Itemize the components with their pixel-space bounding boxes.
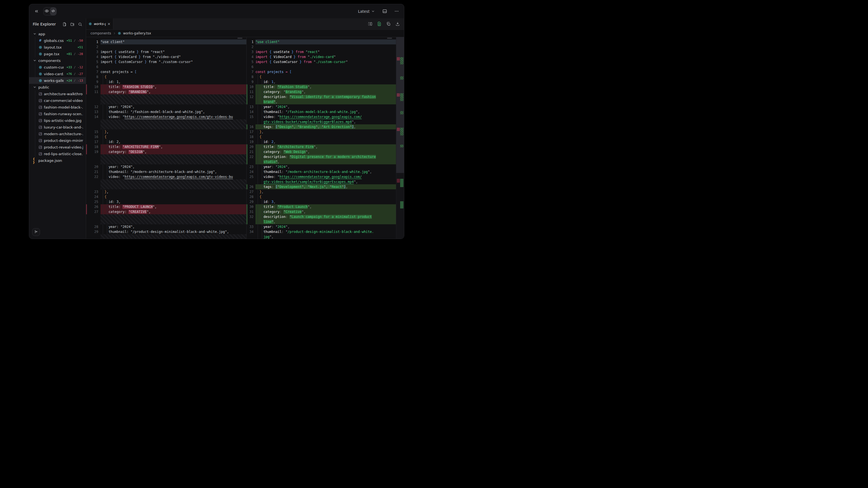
react-icon — [38, 72, 42, 76]
sidebar-file-video-card.tsx[interactable]: video-card.tsx+76 / -27 — [29, 70, 86, 77]
file-label: car-commercial-video… — [44, 99, 83, 103]
sidebar-file-layout.tsx[interactable]: layout.tsx+51 — [29, 44, 86, 51]
file-plus-icon — [62, 22, 67, 26]
horizontal-scrollbar-thumb[interactable] — [387, 38, 392, 39]
react-icon — [38, 45, 42, 49]
line-number: 21 — [88, 169, 100, 174]
line-number — [248, 159, 255, 164]
code-line: 5import { CustomCursor } from "./custom-… — [86, 59, 246, 64]
new-folder-button[interactable] — [70, 22, 74, 26]
code-line: 19 id: 2, — [247, 139, 396, 144]
code-line: 6 — [247, 64, 396, 69]
code-line: 21 category: "Web Design", — [247, 149, 396, 154]
sidebar-file-lips-artistic-video.jpg[interactable]: lips-artistic-video.jpg — [29, 117, 86, 124]
version-dropdown[interactable]: Latest — [356, 9, 376, 14]
code-line: 19 category: "DESIGN", — [86, 149, 246, 154]
sidebar-file-modern-architecture-[interactable]: modern-architecture-… — [29, 130, 86, 137]
sidebar-file-product-design-minim-[interactable]: product-design-minim… — [29, 137, 86, 144]
line-number: 30 — [248, 204, 255, 209]
search-files-button[interactable] — [78, 22, 82, 26]
diff-pane-modified: 1"use client"23import { useState } from … — [247, 37, 396, 239]
preview-toggle-button[interactable] — [43, 7, 50, 15]
code-line: 2 — [86, 44, 246, 50]
code-line: 16 { — [86, 134, 246, 139]
tab-works-gallery[interactable]: works-gallery.tsx ✕ — [86, 18, 113, 29]
image-file-icon — [38, 126, 42, 129]
file-tree: app#globals.css+51 / -50layout.tsx+51pag… — [29, 30, 86, 239]
file-label: custom-curs… — [44, 65, 64, 69]
panel-layout-button[interactable] — [381, 8, 388, 15]
diff-stats: +81 / -28 — [66, 52, 83, 56]
line-number: 23 — [88, 189, 100, 194]
diff-minimap[interactable] — [396, 37, 404, 239]
line-number — [248, 219, 255, 224]
line-number: 4 — [248, 55, 255, 59]
sidebar-file-page.tsx[interactable]: page.tsx+81 / -28 — [29, 51, 86, 57]
more-options-button[interactable] — [393, 8, 400, 15]
collapse-sidebar-button[interactable] — [32, 228, 40, 236]
split-view-button[interactable] — [368, 22, 372, 26]
line-number: 7 — [248, 69, 255, 74]
code-line: gtv-videos-bucket/sample/ForBiggerBlazes… — [247, 119, 396, 124]
line-number: 29 — [88, 229, 100, 234]
new-file-button[interactable] — [62, 22, 67, 26]
sidebar-file-car-commercial-video-[interactable]: car-commercial-video… — [29, 97, 86, 104]
line-number: 17 — [88, 139, 100, 144]
sidebar-file-package.json[interactable]: { }package.json — [29, 157, 86, 164]
code-line: 2 — [247, 44, 396, 50]
file-label: page.tsx — [44, 52, 64, 56]
sidebar-file-product-reveal-video.j-[interactable]: product-reveal-video.j… — [29, 144, 86, 151]
sidebar-file-fashion-model-black-[interactable]: fashion-model-black-… — [29, 104, 86, 110]
line-number: 32 — [248, 214, 255, 219]
code-line: studio", — [247, 159, 396, 164]
minimap-added-mark — [400, 201, 403, 208]
code-toggle-button[interactable] — [50, 7, 56, 15]
download-button[interactable] — [395, 22, 400, 26]
tab-close-button[interactable]: ✕ — [107, 22, 111, 26]
sidebar-file-architecture-walkthro-[interactable]: architecture-walkthro… — [29, 91, 86, 97]
line-number: 11 — [248, 89, 255, 94]
image-file-icon — [38, 105, 42, 109]
line-number: 14 — [88, 115, 100, 119]
line-number — [248, 179, 255, 184]
diff-filler-block — [86, 214, 246, 224]
diff-pane-original: 1"use client"23import { useState } from … — [86, 37, 247, 239]
file-explorer-title: File Explorer — [33, 22, 56, 26]
horizontal-scrollbar-thumb[interactable] — [238, 38, 242, 39]
diff-filler-block — [86, 154, 246, 164]
line-number: 5 — [88, 59, 100, 64]
tab-label: works-gallery.tsx — [94, 22, 106, 26]
panel-bottom-icon — [382, 9, 387, 13]
diff-filler-block — [86, 119, 246, 129]
file-label: fashion-model-black-… — [44, 105, 83, 109]
code-line: 24 { — [86, 194, 246, 199]
code-line: 27 category: "CREATIVE", — [86, 209, 246, 214]
code-line: 18 { — [247, 134, 396, 139]
line-number: 9 — [248, 79, 255, 85]
diff-stats: +24 / -13 — [66, 79, 83, 83]
code-line: 28 year: "2024", — [86, 224, 246, 229]
code-line: 34 thumbnail: "/product-design-minimalis… — [247, 229, 396, 234]
code-line: 21 thumbnail: "/modern-architecture-blac… — [86, 169, 246, 174]
sidebar-file-globals.css[interactable]: #globals.css+51 / -50 — [29, 37, 86, 44]
sidebar-file-custom-curs-[interactable]: custom-curs…+33 / -12 — [29, 64, 86, 70]
diff-view-button[interactable] — [377, 22, 381, 26]
sidebar-file-works-galler-[interactable]: works-galler…+24 / -13 — [29, 77, 86, 84]
sidebar-file-red-lips-artistic-close-[interactable]: red-lips-artistic-close… — [29, 151, 86, 157]
copy-icon — [386, 22, 391, 26]
breadcrumb-folder[interactable]: components — [91, 31, 111, 35]
code-line: 10 title: "Fashion Studio", — [247, 85, 396, 89]
minimap-added-mark — [400, 179, 403, 187]
sidebar-file-luxury-car-black-and-[interactable]: luxury-car-black-and-… — [29, 124, 86, 130]
sidebar-folder-app[interactable]: app — [29, 31, 86, 37]
sidebar-folder-components[interactable]: components — [29, 57, 86, 64]
code-line: 22 description: "Digital presence for a … — [247, 154, 396, 159]
copy-button[interactable] — [386, 22, 391, 26]
sidebar-file-fashion-runway-scen-[interactable]: fashion-runway-scen… — [29, 110, 86, 117]
sidebar-folder-public[interactable]: public — [29, 84, 86, 91]
minimap-added-mark — [400, 144, 403, 148]
file-label: architecture-walkthro… — [44, 92, 83, 96]
collapse-panel-button[interactable] — [33, 8, 40, 15]
file-label: product-reveal-video.j… — [44, 145, 83, 149]
code-line: 15 }, — [86, 129, 246, 134]
